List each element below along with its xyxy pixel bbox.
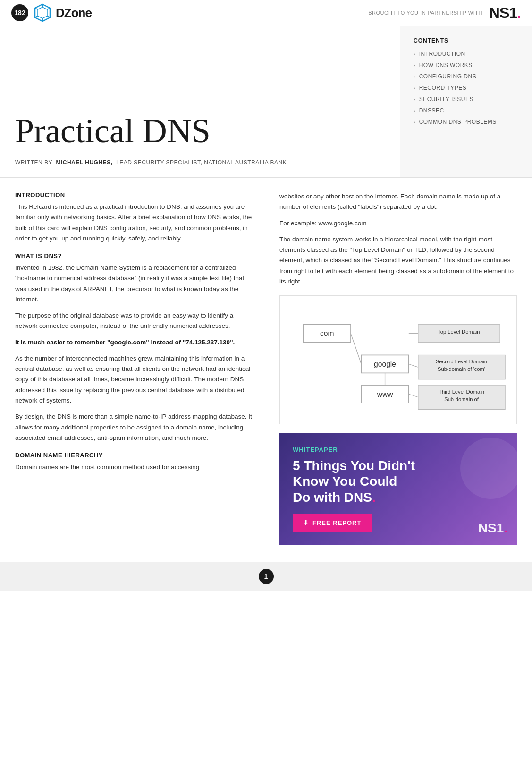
ns1-watermark-text: NS1 [478,521,504,535]
what-is-dns-para3: As the number of interconnected machines… [15,353,253,406]
contents-list: › INTRODUCTION › HOW DNS WORKS › CONFIGU… [414,51,519,125]
dzone-logo: DZone [33,3,92,22]
chevron-icon: › [414,119,415,125]
contents-heading: CONTENTS [414,37,519,44]
dns-diagram: com google www Top Level Domain Second L… [279,295,517,424]
chevron-icon: › [414,85,415,91]
free-report-label: FREE REPORT [312,519,361,526]
domain-hierarchy-title: DOMAIN NAME HIERARCHY [15,452,253,459]
highlight-text: It is much easier to remember "google.co… [15,337,253,348]
ns1-text: NS1 [489,4,517,21]
whitepaper-ad: WHITEPAPER 5 Things You Didn't Know You … [279,433,517,546]
what-is-dns-para2: The purpose of the original database was… [15,310,253,332]
list-item[interactable]: › SECURITY ISSUES [414,96,519,103]
ns1-logo: NS1. [489,4,521,22]
free-report-button[interactable]: ⬇ FREE REPORT [293,514,372,532]
domain-hierarchy-para: Domain names are the most common method … [15,462,253,472]
chevron-icon: › [414,62,415,68]
list-item[interactable]: › HOW DNS WORKS [414,62,519,69]
ns1-watermark-dot: . [504,521,507,535]
footer: 1 [0,562,532,591]
svg-text:Third Level Domain: Third Level Domain [439,389,484,395]
header-left: 182 DZone [11,3,92,22]
svg-text:Top Level Domain: Top Level Domain [438,329,480,335]
author-title: LEAD SECURITY SPECIALIST, NATIONAL AUSTR… [116,159,287,166]
svg-marker-1 [38,7,47,18]
download-icon: ⬇ [303,519,309,526]
page-number: 1 [259,569,274,584]
svg-text:com: com [320,329,334,337]
ns1-watermark: NS1. [478,521,507,536]
wp-title-line3: Do with DNS [293,490,372,505]
left-column: INTRODUCTION This Refcard is intended as… [15,191,266,545]
svg-text:Second Level Domain: Second Level Domain [436,359,487,364]
contents-link-introduction[interactable]: INTRODUCTION [419,51,465,57]
chevron-icon: › [414,96,415,102]
list-item[interactable]: › CONFIGURING DNS [414,73,519,80]
svg-line-26 [409,394,418,397]
chevron-icon: › [414,74,415,79]
dzone-text: DZone [56,6,92,20]
dzone-icon [33,3,52,22]
svg-line-25 [409,364,418,368]
right-example: For example: www.google.com [279,218,517,229]
badge-182: 182 [11,4,28,21]
list-item[interactable]: › COMMON DNS PROBLEMS [414,119,519,125]
chevron-icon: › [414,108,415,113]
right-para2: The domain name system works in a hierar… [279,234,517,287]
intro-title: INTRODUCTION [15,191,253,198]
intro-para1: This Refcard is intended as a practical … [15,202,253,244]
list-item[interactable]: › INTRODUCTION [414,51,519,57]
hero-left: Practical DNS WRITTEN BY MICHAEL HUGHES,… [0,26,400,177]
main-content: INTRODUCTION This Refcard is intended as… [0,177,532,558]
right-column: websites or any other host on the Intern… [266,191,517,545]
wp-title-dot: . [372,490,376,505]
ns1-dot: . [517,4,521,21]
written-by-label: WRITTEN BY [15,159,52,166]
svg-text:Sub-domain of: Sub-domain of [444,396,479,402]
contents-link-how-dns[interactable]: HOW DNS WORKS [419,62,473,69]
brought-by-text: BROUGHT TO YOU IN PARTNERSHIP WITH [368,10,482,16]
what-is-dns-title: WHAT IS DNS? [15,252,253,259]
wp-title-line1: 5 Things You Didn't [293,458,415,473]
circle-watermark [460,438,517,499]
what-is-dns-para4: By design, the DNS is more than a simple… [15,412,253,443]
contents-link-security[interactable]: SECURITY ISSUES [419,96,473,103]
author-name: MICHAEL HUGHES, [56,159,112,166]
contents-link-problems[interactable]: COMMON DNS PROBLEMS [419,119,497,125]
svg-text:www: www [377,390,394,398]
wp-title-line2: Know You Could [293,474,397,489]
list-item[interactable]: › DNSSEC [414,107,519,114]
contents-link-dnssec[interactable]: DNSSEC [419,107,444,114]
svg-text:Sub-domain of 'com': Sub-domain of 'com' [438,366,485,372]
contents-link-record-types[interactable]: RECORD TYPES [419,85,466,91]
what-is-dns-para1: Invented in 1982, the Domain Name System… [15,263,253,305]
contents-panel: CONTENTS › INTRODUCTION › HOW DNS WORKS … [400,26,532,177]
chevron-icon: › [414,51,415,57]
list-item[interactable]: › RECORD TYPES [414,85,519,91]
header: 182 DZone BROUGHT TO YOU IN PARTNERSHIP … [0,0,532,26]
author-line: WRITTEN BY MICHAEL HUGHES, LEAD SECURITY… [15,159,385,166]
svg-line-14 [351,334,361,364]
contents-link-configuring-dns[interactable]: CONFIGURING DNS [419,73,477,80]
dns-hierarchy-svg: com google www Top Level Domain Second L… [287,303,509,414]
svg-text:google: google [374,360,396,368]
header-right: BROUGHT TO YOU IN PARTNERSHIP WITH NS1. [368,4,521,22]
right-para1: websites or any other host on the Intern… [279,191,517,213]
page-title: Practical DNS [15,112,385,150]
hero-section: Practical DNS WRITTEN BY MICHAEL HUGHES,… [0,26,532,177]
